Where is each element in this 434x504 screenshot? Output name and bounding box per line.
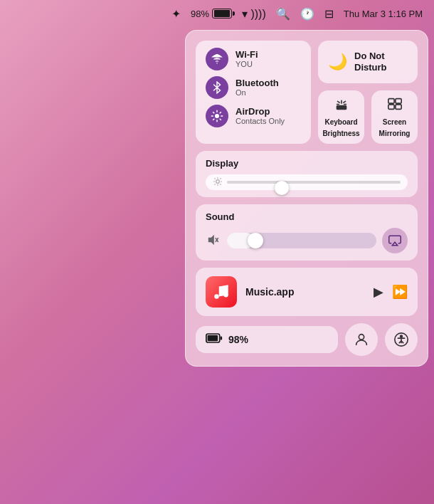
- svg-line-18: [214, 184, 215, 184]
- sound-label: Sound: [206, 211, 408, 222]
- top-row: Wi-Fi YOU Bluetooth On: [196, 41, 418, 144]
- bluetooth-item[interactable]: Bluetooth On: [206, 76, 301, 99]
- svg-point-29: [359, 335, 364, 340]
- airdrop-icon-circle: [206, 105, 228, 127]
- bluetooth-sub: On: [235, 88, 279, 98]
- battery-icon: [212, 9, 232, 19]
- battery-body-icon: [206, 333, 223, 343]
- svg-line-14: [214, 178, 215, 179]
- display-slider[interactable]: [227, 181, 401, 184]
- svg-line-4: [343, 101, 345, 103]
- keyboard-brightness-tile[interactable]: Keyboard Brightness: [318, 90, 364, 144]
- svg-marker-23: [392, 242, 398, 246]
- svg-rect-27: [208, 335, 218, 342]
- sound-slider-track[interactable]: [227, 233, 376, 248]
- battery-bottom: 98%: [196, 326, 338, 353]
- svg-point-0: [216, 115, 219, 118]
- bluetooth-name: Bluetooth: [235, 78, 279, 89]
- music-section: Music.app ▶ ⏩: [196, 268, 418, 316]
- display-slider-track: [206, 174, 408, 190]
- screen-mirroring-tile[interactable]: Screen Mirroring: [371, 90, 418, 144]
- sound-slider-thumb: [248, 233, 263, 248]
- menu-bar: ✦ 98% ▾ )))) 🔍 🕐 ⊟ Thu Mar 3 1:16 PM: [0, 0, 434, 27]
- wifi-item[interactable]: Wi-Fi YOU: [206, 48, 301, 70]
- dnd-label: Do Not Disturb: [354, 51, 408, 73]
- wifi-icon-circle: [206, 48, 228, 70]
- sound-row: [206, 228, 408, 253]
- sound-section: Sound: [196, 204, 418, 261]
- svg-line-3: [337, 101, 339, 103]
- wifi-name: Wi-Fi: [235, 49, 258, 61]
- play-button[interactable]: ▶: [374, 284, 383, 300]
- bluetooth-icon: [212, 81, 222, 94]
- svg-point-24: [214, 294, 219, 299]
- battery-menu: 98%: [191, 9, 232, 19]
- display-section: Display: [196, 151, 418, 197]
- svg-rect-7: [388, 99, 393, 103]
- wifi-sub: YOU: [235, 60, 258, 69]
- right-column: 🌙 Do Not Disturb: [318, 41, 418, 144]
- airdrop-sub: Contacts Only: [235, 117, 285, 126]
- svg-rect-8: [395, 99, 401, 103]
- airdrop-icon: [211, 110, 223, 122]
- search-icon[interactable]: 🔍: [276, 7, 290, 21]
- screen-mirroring-label2: Mirroring: [379, 130, 411, 138]
- music-app-icon: [206, 276, 237, 308]
- svg-point-25: [223, 293, 228, 298]
- dnd-icon: 🌙: [328, 53, 347, 71]
- bluetooth-icon-circle: [206, 76, 228, 99]
- keyboard-brightness-label1: Keyboard: [324, 118, 357, 127]
- keyboard-brightness-icon: [334, 96, 349, 115]
- brightness-icon: [213, 177, 223, 189]
- svg-rect-9: [388, 105, 393, 109]
- bluetooth-icon[interactable]: ✦: [171, 7, 181, 21]
- volume-icon: [206, 234, 221, 248]
- fast-forward-button[interactable]: ⏩: [392, 284, 408, 300]
- airplay-sound-btn[interactable]: [382, 228, 408, 253]
- user-icon: [354, 332, 369, 347]
- music-note-icon: [212, 283, 231, 301]
- airdrop-item[interactable]: AirDrop Contacts Only: [206, 105, 301, 127]
- accessibility-icon: [393, 332, 409, 347]
- bottom-bar: 98%: [196, 323, 418, 356]
- airdrop-text: AirDrop Contacts Only: [235, 106, 285, 127]
- accessibility-icon-btn[interactable]: [385, 323, 418, 356]
- svg-rect-1: [336, 105, 346, 110]
- user-icon-btn[interactable]: [345, 323, 378, 356]
- svg-line-19: [220, 178, 221, 179]
- bluetooth-text: Bluetooth On: [235, 78, 279, 98]
- screen-mirroring-icon: [387, 96, 403, 115]
- battery-pct-bottom: 98%: [228, 334, 248, 345]
- svg-rect-28: [221, 336, 223, 340]
- airplay-icon: [388, 234, 401, 247]
- svg-line-15: [220, 184, 221, 184]
- svg-point-11: [216, 179, 220, 183]
- screen-mirroring-label1: Screen: [383, 118, 406, 127]
- do-not-disturb-btn[interactable]: 🌙 Do Not Disturb: [318, 41, 418, 83]
- battery-pct-menu: 98%: [191, 9, 209, 19]
- wifi-icon: [211, 53, 223, 65]
- wifi-menu-icon[interactable]: ▾ )))): [242, 7, 266, 21]
- battery-bottom-icon: [206, 333, 223, 346]
- control-center-panel: Wi-Fi YOU Bluetooth On: [185, 30, 428, 367]
- music-controls: ▶ ⏩: [374, 284, 408, 300]
- keyboard-brightness-label2: Brightness: [322, 130, 359, 138]
- music-app-label: Music.app: [245, 286, 365, 298]
- control-center-icon[interactable]: ⊟: [324, 7, 334, 21]
- display-label: Display: [206, 158, 408, 169]
- svg-rect-10: [395, 105, 401, 109]
- airdrop-name: AirDrop: [235, 106, 285, 117]
- small-buttons-row: Keyboard Brightness Screen Mirroring: [318, 90, 418, 144]
- clock-icon[interactable]: 🕐: [300, 7, 314, 21]
- network-section: Wi-Fi YOU Bluetooth On: [196, 41, 311, 144]
- svg-point-31: [401, 335, 403, 337]
- wifi-text: Wi-Fi YOU: [235, 49, 258, 70]
- time-display: Thu Mar 3 1:16 PM: [344, 9, 423, 19]
- svg-marker-20: [208, 234, 214, 244]
